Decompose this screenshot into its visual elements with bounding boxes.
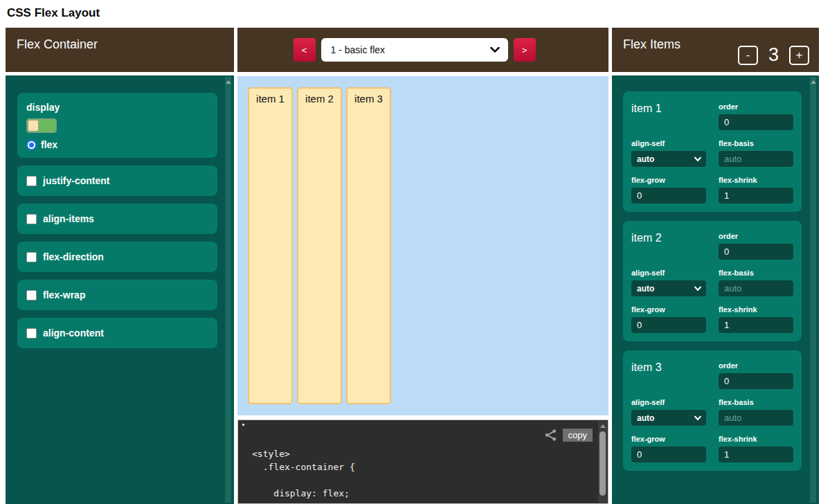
flex-direction-label: flex-direction: [43, 251, 104, 262]
flex-shrink-label: flex-shrink: [719, 435, 793, 443]
cursor-dot: [242, 424, 244, 426]
item-card-title: item 1: [631, 102, 707, 115]
order-input[interactable]: [719, 244, 793, 260]
flex-shrink-label: flex-shrink: [719, 305, 793, 314]
flex-grow-label: flex-grow: [631, 435, 707, 443]
prop-card-align-items: align-items: [17, 204, 217, 234]
page-title: CSS Flex Layout: [0, 0, 830, 28]
code-line: display: flex;: [252, 487, 355, 500]
flex-grow-input[interactable]: [631, 188, 706, 204]
align-self-label: align-self: [631, 398, 707, 406]
flex-basis-input[interactable]: [719, 280, 793, 296]
align-content-label: align-content: [43, 327, 104, 339]
flex-basis-label: flex-basis: [719, 398, 793, 406]
flex-basis-input[interactable]: [719, 151, 793, 167]
flex-items-body: item 1 order align-self auto flex-basis: [612, 75, 819, 504]
prop-card-align-content: align-content: [17, 318, 217, 348]
share-icon[interactable]: [544, 429, 557, 442]
flex-container-header: Flex Container: [6, 28, 234, 72]
main-layout: Flex Container display flex justify-cont…: [0, 28, 830, 504]
item-card-2: item 2 order align-self auto flex-basis: [623, 221, 802, 341]
code-line: [252, 474, 355, 487]
copy-button[interactable]: copy: [563, 429, 593, 442]
item-card-title: item 2: [631, 232, 707, 244]
align-self-value: auto: [637, 413, 654, 423]
flex-wrap-checkbox[interactable]: [26, 290, 37, 300]
chevron-down-icon: [694, 156, 701, 161]
example-select[interactable]: 1 - basic flex: [321, 38, 508, 62]
flex-basis-input[interactable]: [719, 410, 793, 426]
align-self-label: align-self: [631, 269, 707, 277]
code-line: <style>: [252, 447, 355, 460]
flex-items-header: Flex Items - 3 +: [612, 28, 819, 72]
flex-demo-container: item 1 item 2 item 3: [237, 76, 608, 415]
code-scrollbar[interactable]: [598, 421, 607, 503]
flex-direction-checkbox[interactable]: [26, 252, 37, 262]
scroll-up-icon: [600, 424, 606, 428]
code-block: <style> .flex-container { display: flex;: [252, 447, 355, 500]
align-self-select[interactable]: auto: [631, 280, 706, 296]
flex-shrink-input[interactable]: [719, 188, 793, 204]
order-label: order: [719, 232, 793, 240]
chevron-down-icon: [490, 47, 500, 53]
flex-grow-input[interactable]: [631, 317, 706, 333]
add-item-button[interactable]: +: [789, 46, 809, 65]
remove-item-button[interactable]: -: [738, 46, 758, 65]
display-toggle-knob: [28, 120, 39, 132]
flex-grow-input[interactable]: [631, 447, 706, 462]
flex-basis-label: flex-basis: [719, 269, 793, 277]
align-self-value: auto: [637, 154, 654, 164]
flex-grow-label: flex-grow: [631, 305, 707, 314]
flex-items-scrollbar[interactable]: [810, 77, 816, 503]
scroll-up-icon: [226, 80, 231, 84]
flex-items-column: Flex Items - 3 + item 1 order align-self: [612, 28, 819, 504]
flex-container-body: display flex justify-content align-items: [6, 75, 234, 504]
demo-item-3[interactable]: item 3: [346, 87, 391, 404]
order-label: order: [719, 102, 793, 111]
code-scrollbar-thumb[interactable]: [599, 431, 606, 496]
item-card-3: item 3 order align-self auto flex-basis: [623, 350, 802, 471]
flex-wrap-label: flex-wrap: [43, 289, 85, 300]
flex-shrink-input[interactable]: [719, 447, 793, 462]
item-count: 3: [768, 44, 779, 66]
align-self-label: align-self: [631, 139, 707, 147]
prev-example-button[interactable]: <: [294, 38, 316, 62]
example-select-value: 1 - basic flex: [331, 44, 386, 55]
align-self-select[interactable]: auto: [631, 151, 706, 167]
demo-item-2[interactable]: item 2: [297, 87, 342, 404]
code-panel: copy <style> .flex-container { display: …: [237, 420, 608, 504]
flex-radio[interactable]: [26, 140, 37, 150]
order-input[interactable]: [719, 114, 793, 130]
example-nav-header: < 1 - basic flex >: [237, 28, 608, 72]
next-example-button[interactable]: >: [514, 38, 536, 62]
display-label: display: [26, 102, 217, 113]
item-card-title: item 3: [631, 361, 707, 374]
display-card: display flex: [17, 93, 217, 158]
code-line: .flex-container {: [252, 460, 355, 474]
justify-content-label: justify-content: [43, 175, 109, 186]
flex-container-title: Flex Container: [17, 37, 98, 52]
display-toggle[interactable]: [26, 118, 57, 133]
order-input[interactable]: [719, 373, 793, 389]
flex-container-scrollbar[interactable]: [225, 77, 231, 503]
flex-grow-label: flex-grow: [631, 176, 707, 184]
align-items-label: align-items: [43, 213, 94, 224]
flex-container-column: Flex Container display flex justify-cont…: [6, 28, 234, 504]
prop-card-flex-direction: flex-direction: [17, 242, 217, 272]
prop-card-justify-content: justify-content: [17, 165, 217, 196]
flex-shrink-input[interactable]: [719, 317, 793, 333]
order-label: order: [719, 361, 793, 370]
chevron-down-icon: [694, 415, 701, 420]
item-card-1: item 1 order align-self auto flex-basis: [623, 91, 802, 212]
flex-items-title: Flex Items: [623, 37, 680, 52]
preview-column: < 1 - basic flex > item 1 item 2 item 3 …: [237, 28, 608, 504]
flex-basis-label: flex-basis: [719, 139, 793, 147]
demo-item-1[interactable]: item 1: [248, 87, 293, 404]
prop-card-flex-wrap: flex-wrap: [17, 280, 217, 310]
align-items-checkbox[interactable]: [26, 214, 37, 224]
align-content-checkbox[interactable]: [26, 328, 37, 339]
justify-content-checkbox[interactable]: [26, 176, 37, 186]
flex-radio-label: flex: [41, 139, 57, 150]
scroll-up-icon: [811, 80, 816, 84]
align-self-select[interactable]: auto: [631, 410, 706, 426]
